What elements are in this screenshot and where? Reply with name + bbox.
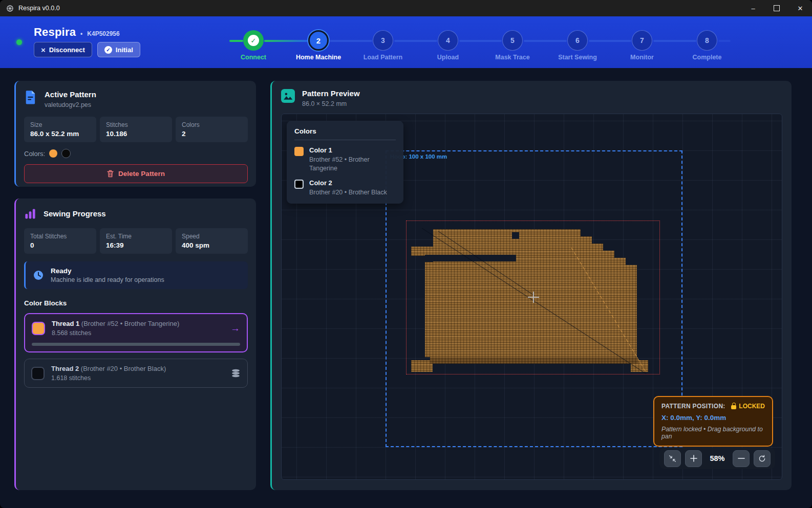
x-icon: × [41,46,46,54]
color-blocks-heading: Color Blocks [24,299,248,307]
initial-button[interactable]: ✓ Initial [97,42,140,57]
delete-pattern-label: Delete Pattern [118,170,165,178]
legend-entry: Color 1 Brother #52 • Brother Tangerine [294,146,396,173]
disconnect-button[interactable]: × Disconnect [34,42,92,57]
step-upload[interactable]: 4 Upload [416,30,480,61]
trash-icon [107,170,114,178]
color-swatch-black [61,149,71,158]
step-circle: 4 [438,30,458,51]
close-button[interactable]: ✕ [788,0,812,16]
close-icon: ✕ [798,5,803,12]
minus-icon [738,455,745,462]
maximize-icon [774,5,780,11]
thread-name: Thread 2 [51,365,79,372]
position-coordinates: X: 0.0mm, Y: 0.0mm [661,414,765,422]
step-circle: ✓ [243,30,264,51]
card-title: Active Pattern [45,90,96,99]
zoom-controls: 58% [659,448,775,469]
compress-icon [669,455,676,462]
sewing-progress-card: Sewing Progress Total Stitches 0 Est. Ti… [14,198,256,490]
thread-name: Thread 1 [52,320,79,327]
step-mask-trace[interactable]: 5 Mask Trace [480,30,545,61]
clock-icon [33,270,44,281]
step-label: Mask Trace [495,54,529,61]
machine-id: K4P502956 [87,30,119,37]
stat-speed: Speed 400 spm [176,228,248,254]
thread-color-swatch [31,367,45,380]
position-label: PATTERN POSITION: [661,403,725,410]
thread-detail: (Brother #52 • Brother Tangerine) [81,320,179,327]
delete-pattern-button[interactable]: Delete Pattern [24,164,248,183]
initial-label: Initial [116,46,133,54]
preview-dimensions: 86.0 × 52.2 mm [302,100,360,107]
step-label: Load Pattern [364,54,402,61]
app-window: Respira v0.0.0 – ✕ Respira • K4P502956 ×… [0,0,812,508]
pattern-preview-card: Pattern Preview 86.0 × 52.2 mm Hoop: 100… [270,81,792,490]
window-title: Respira v0.0.0 [18,5,60,12]
zoom-level: 58% [706,454,729,462]
pattern-position-overlay: PATTERN POSITION: LOCKED X: 0.0mm, Y: 0.… [653,396,773,447]
reset-view-button[interactable] [754,450,771,467]
stat-colors: Colors 2 [176,117,248,142]
step-start-sewing[interactable]: 6 Start Sewing [545,30,610,61]
step-circle: 7 [632,30,652,51]
position-hint: Pattern locked • Drag background to pan [661,426,765,440]
thread-color-swatch [32,322,45,335]
step-circle: 8 [697,30,717,51]
maximize-button[interactable] [765,0,788,16]
thread-stitch-count: 8.568 stitches [52,329,224,337]
thread-stitch-count: 1.618 stitches [51,374,224,382]
app-icon [6,5,14,12]
active-pattern-card: Active Pattern valetudogv2.pes Size 86.0… [14,81,256,187]
color-swatch-orange [49,149,57,158]
card-title: Pattern Preview [302,89,360,98]
titlebar: Respira v0.0.0 – ✕ [0,0,812,16]
bullet-separator: • [80,30,82,37]
fit-to-view-button[interactable] [664,450,681,467]
minimize-icon: – [751,5,755,12]
step-circle: 2 [308,30,329,51]
stat-total-stitches: Total Stitches 0 [24,228,96,254]
preview-canvas[interactable]: Hoop: 100 x 100 mm Colors Color 1 [281,114,782,480]
file-icon [24,90,37,104]
legend-title: Colors [294,127,396,140]
thread-progress-bar [32,343,240,346]
app-name: Respira [34,26,76,39]
stat-stitches: Stitches 10.186 [100,117,172,142]
step-load-pattern[interactable]: 3 Load Pattern [351,30,415,61]
step-label: Home Machine [296,54,341,61]
step-label: Upload [437,54,459,61]
check-circle-icon: ✓ [104,46,112,54]
crosshair-icon [528,292,539,303]
legend-swatch-black [294,180,304,189]
step-circle: 5 [502,30,523,51]
thread-1-block[interactable]: Thread 1 (Brother #52 • Brother Tangerin… [24,313,248,352]
pattern-filename: valetudogv2.pes [45,101,96,108]
zoom-in-button[interactable] [685,450,702,467]
arrow-right-icon: → [230,323,240,334]
machine-status: Ready Machine is idle and ready for oper… [24,261,248,289]
connection-status-dot [16,39,22,45]
step-connect[interactable]: ✓ Connect [221,30,286,61]
status-title: Ready [51,267,164,275]
thread-detail: (Brother #20 • Brother Black) [81,365,166,372]
thread-2-block[interactable]: Thread 2 (Brother #20 • Brother Black) 1… [24,359,248,388]
plus-icon [690,455,697,462]
app-header: Respira • K4P502956 × Disconnect ✓ Initi… [0,16,812,68]
step-complete[interactable]: 8 Complete [675,30,739,61]
check-icon: ✓ [248,35,259,46]
status-description: Machine is idle and ready for operations [51,276,164,283]
step-label: Connect [241,54,266,61]
step-label: Complete [693,54,722,61]
disconnect-label: Disconnect [49,46,85,54]
step-monitor[interactable]: 7 Monitor [610,30,674,61]
minimize-button[interactable]: – [741,0,765,16]
step-home-machine[interactable]: 2 Home Machine [286,30,351,61]
zoom-out-button[interactable] [733,450,750,467]
bar-chart-icon [24,208,36,220]
card-title: Sewing Progress [44,209,106,218]
colors-label: Colors: [24,150,45,158]
locked-badge: LOCKED [739,403,765,410]
step-circle: 6 [567,30,588,51]
queue-stack-icon [231,368,241,378]
